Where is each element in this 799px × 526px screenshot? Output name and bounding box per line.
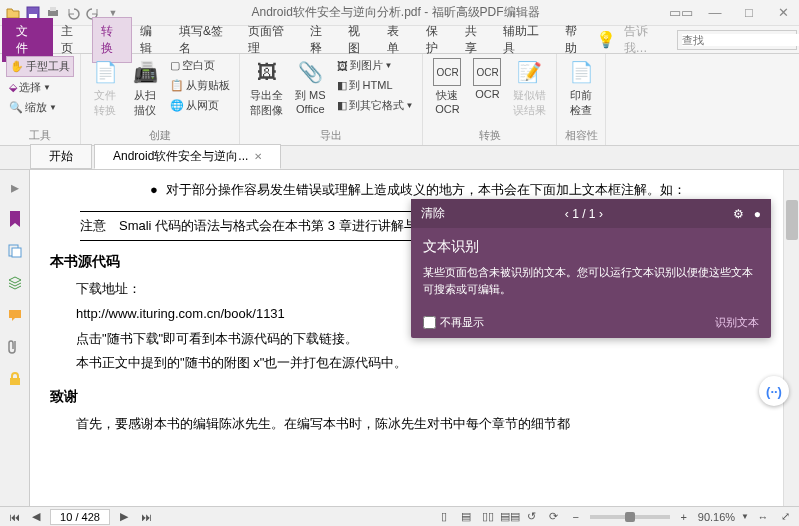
popup-pager: ‹ 1 / 1 ›: [445, 207, 723, 221]
image-icon: 🖼: [337, 60, 348, 72]
ribbon-group-preflight: 📄印前 检查 相容性: [557, 54, 606, 145]
to-other-button[interactable]: ◧到其它格式 ▼: [334, 96, 417, 115]
status-bar: ⏮ ◀ ▶ ⏭ ▯ ▤ ▯▯ ▤▤ ↺ ⟳ − + 90.16% ▼ ↔ ⤢: [0, 506, 799, 526]
svg-rect-5: [12, 248, 21, 257]
export-image-icon: 🖼: [253, 58, 281, 86]
layout-cont-facing-icon[interactable]: ▤▤: [502, 509, 518, 525]
tell-me[interactable]: 告诉我…: [616, 23, 677, 57]
hand-tool-button[interactable]: ✋手型工具: [6, 56, 74, 77]
zoom-percent[interactable]: 90.16%: [698, 511, 735, 523]
blank-page-button[interactable]: ▢空白页: [167, 56, 233, 75]
attachments-icon[interactable]: [6, 338, 24, 356]
last-page-icon[interactable]: ⏭: [138, 509, 154, 525]
first-page-icon[interactable]: ⏮: [6, 509, 22, 525]
security-icon[interactable]: [6, 370, 24, 388]
cursor-icon: ⬙: [9, 81, 17, 94]
pager-next-icon[interactable]: ›: [599, 207, 603, 221]
recognize-text-link[interactable]: 识别文本: [715, 315, 759, 330]
zoom-dropdown-icon[interactable]: ▼: [741, 512, 749, 521]
reflow-icon[interactable]: ↺: [524, 509, 540, 525]
doc-note: 注意 Smali 代码的语法与格式会在本书第 3 章进行讲解与介绍: [80, 218, 443, 233]
fit-width-icon[interactable]: ↔: [755, 509, 771, 525]
navigation-panel: ▸: [0, 170, 30, 506]
hand-icon: ✋: [10, 60, 24, 73]
prev-page-icon[interactable]: ◀: [28, 509, 44, 525]
html-icon: ◧: [337, 79, 347, 92]
ribbon-group-tools: ✋手型工具 ⬙选择 ▼ 🔍缩放 ▼ 工具: [0, 54, 81, 145]
layout-continuous-icon[interactable]: ▤: [458, 509, 474, 525]
ribbon-toggle-icon[interactable]: ▭▭: [669, 5, 693, 20]
bookmarks-icon[interactable]: [6, 210, 24, 228]
zoom-out-icon[interactable]: −: [568, 509, 584, 525]
layout-single-icon[interactable]: ▯: [436, 509, 452, 525]
svg-rect-7: [10, 378, 20, 385]
tab-document[interactable]: Android软件安全与逆向...✕: [94, 144, 281, 169]
vertical-scrollbar[interactable]: [783, 170, 799, 506]
tab-start[interactable]: 开始: [30, 144, 92, 169]
ocr-notification-popup: 清除 ‹ 1 / 1 › ⚙ ● 文本识别 某些页面包含未被识别的文本。您可以运…: [411, 199, 771, 338]
clipboard-icon: 📋: [170, 79, 184, 92]
preflight-button[interactable]: 📄印前 检查: [563, 56, 599, 120]
ocr-icon: OCR: [473, 58, 501, 86]
zoom-in-icon[interactable]: +: [676, 509, 692, 525]
pager-prev-icon[interactable]: ‹: [565, 207, 569, 221]
other-format-icon: ◧: [337, 99, 347, 112]
menu-bar: 文件 主页 转换 编辑 填写&签名 页面管理 注释 视图 表单 保护 共享 辅助…: [0, 26, 799, 54]
fast-ocr-button[interactable]: OCR快速 OCR: [429, 56, 465, 117]
from-webpage-button[interactable]: 🌐从网页: [167, 96, 233, 115]
layout-facing-icon[interactable]: ▯▯: [480, 509, 496, 525]
from-clipboard-button[interactable]: 📋从剪贴板: [167, 76, 233, 95]
group-label: 相容性: [563, 126, 599, 143]
popup-header: 清除 ‹ 1 / 1 › ⚙ ●: [411, 199, 771, 228]
fast-ocr-icon: OCR: [433, 58, 461, 86]
page-number-input[interactable]: [50, 509, 110, 525]
assistant-bubble[interactable]: (··): [759, 376, 789, 406]
scanner-icon: 📠: [131, 58, 159, 86]
popup-title: 文本识别: [411, 228, 771, 260]
close-icon[interactable]: ✕: [771, 5, 795, 20]
group-label: 导出: [246, 126, 416, 143]
fit-page-icon[interactable]: ⤢: [777, 509, 793, 525]
file-convert-icon: 📄: [91, 58, 119, 86]
group-label: 工具: [6, 126, 74, 143]
export-images-button[interactable]: 🖼导出全 部图像: [246, 56, 287, 120]
ribbon-group-convert: OCR快速 OCR OCROCR 📝疑似错 误结果 转换: [423, 54, 557, 145]
next-page-icon[interactable]: ▶: [116, 509, 132, 525]
popup-clear-button[interactable]: 清除: [421, 205, 445, 222]
zoom-tool-button[interactable]: 🔍缩放 ▼: [6, 98, 74, 117]
tab-close-icon[interactable]: ✕: [254, 151, 262, 162]
globe-icon: 🌐: [170, 99, 184, 112]
minimize-icon[interactable]: —: [703, 5, 727, 20]
rotate-icon[interactable]: ⟳: [546, 509, 562, 525]
popup-footer: 不再显示 识别文本: [411, 307, 771, 338]
magnifier-icon: 🔍: [9, 101, 23, 114]
comments-icon[interactable]: [6, 306, 24, 324]
svg-rect-3: [50, 7, 56, 11]
heading-thanks: 致谢: [50, 388, 763, 406]
ocr-button[interactable]: OCROCR: [469, 56, 505, 102]
scrollbar-thumb[interactable]: [786, 200, 798, 240]
svg-rect-6: [9, 310, 21, 318]
search-box[interactable]: 🔍: [677, 30, 797, 50]
pages-icon[interactable]: [6, 242, 24, 260]
to-html-button[interactable]: ◧到 HTML: [334, 76, 417, 95]
nav-expand-icon[interactable]: ▸: [6, 178, 24, 196]
blank-page-icon: ▢: [170, 59, 180, 72]
lightbulb-icon: 💡: [596, 30, 616, 49]
minimize-popup-icon[interactable]: ●: [754, 207, 761, 221]
from-scan-button[interactable]: 📠从扫 描仪: [127, 56, 163, 120]
search-input[interactable]: [682, 34, 799, 46]
gear-icon[interactable]: ⚙: [733, 207, 744, 221]
select-tool-button[interactable]: ⬙选择 ▼: [6, 78, 74, 97]
office-icon: 📎: [296, 58, 324, 86]
dont-show-checkbox[interactable]: [423, 316, 436, 329]
to-image-button[interactable]: 🖼到图片 ▼: [334, 56, 417, 75]
ribbon-group-export: 🖼导出全 部图像 📎到 MS Office 🖼到图片 ▼ ◧到 HTML ◧到其…: [240, 54, 423, 145]
doc-text: 首先，要感谢本书的编辑陈冰先生。在编写本书时，陈冰先生对书中每个章节的细节都: [50, 412, 763, 437]
maximize-icon[interactable]: □: [737, 5, 761, 20]
zoom-slider[interactable]: [590, 515, 670, 519]
layers-icon[interactable]: [6, 274, 24, 292]
to-ms-office-button[interactable]: 📎到 MS Office: [291, 56, 330, 117]
zoom-slider-knob[interactable]: [625, 512, 635, 522]
window-controls: ▭▭ — □ ✕: [669, 5, 795, 20]
